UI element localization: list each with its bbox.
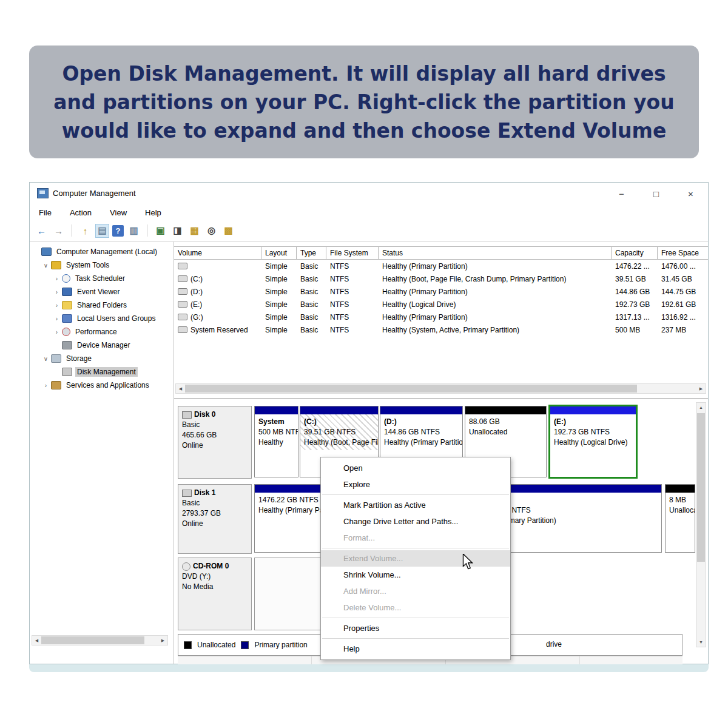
table-row[interactable]: System Reserved Simple Basic NTFS Health…: [174, 323, 708, 336]
volume-filesystem: NTFS: [326, 326, 379, 334]
window-controls: − □ ×: [604, 183, 708, 204]
chevron-right-icon[interactable]: ›: [53, 329, 61, 335]
disk1-label[interactable]: Disk 1 Basic 2793.37 GB Online: [178, 484, 252, 554]
tree-item-computer-management[interactable]: Computer Management (Local): [30, 245, 173, 258]
tree-item-storage[interactable]: ∨ Storage: [30, 352, 173, 365]
volume-status: Healthy (Boot, Page File, Crash Dump, Pr…: [379, 275, 612, 283]
volume-status: Healthy (Primary Partition): [379, 288, 612, 296]
minimize-button[interactable]: −: [604, 183, 639, 204]
partition-size: 88.06 GB: [469, 417, 542, 427]
menu-item-help[interactable]: Help: [321, 641, 510, 657]
chevron-right-icon[interactable]: ›: [53, 315, 61, 322]
tree-horizontal-scrollbar[interactable]: ◀ ▶: [32, 635, 168, 645]
chevron-down-icon[interactable]: ∨: [42, 356, 50, 362]
volume-type: Basic: [297, 262, 326, 271]
scroll-down-icon[interactable]: ▼: [699, 638, 703, 647]
disk-settings-icon[interactable]: ▩: [221, 224, 235, 238]
forward-icon[interactable]: →: [52, 224, 66, 238]
scroll-right-icon[interactable]: ▶: [158, 638, 167, 643]
scroll-right-icon[interactable]: ▶: [696, 386, 706, 391]
console-tree-icon[interactable]: ▤: [95, 224, 109, 238]
shared-folders-icon: [62, 301, 72, 309]
show-hide-icon[interactable]: ▥: [127, 224, 141, 238]
column-header-capacity[interactable]: Capacity: [612, 247, 658, 259]
device-properties-icon[interactable]: ◨: [170, 224, 184, 238]
partition-system[interactable]: System 500 MB NTFS Healthy: [254, 406, 298, 477]
menu-item-mark-partition-active[interactable]: Mark Partition as Active: [321, 497, 510, 513]
column-header-filesystem[interactable]: File System: [326, 247, 379, 259]
volume-icon: [178, 314, 187, 320]
menu-file[interactable]: File: [39, 208, 52, 217]
chevron-right-icon[interactable]: ›: [53, 302, 61, 309]
export-icon[interactable]: ↑: [78, 224, 92, 238]
partition-size: 192.73 GB NTFS: [554, 427, 632, 437]
scrollbar-thumb[interactable]: [697, 413, 705, 562]
volume-capacity: 39.51 GB: [612, 275, 658, 283]
refresh-icon[interactable]: ▣: [153, 224, 167, 238]
scroll-left-icon[interactable]: ◀: [32, 638, 41, 643]
volume-table-header: Volume Layout Type File System Status Ca…: [174, 246, 708, 260]
scroll-left-icon[interactable]: ◀: [176, 386, 185, 391]
menu-item-shrink-volume[interactable]: Shrink Volume...: [321, 567, 510, 583]
menu-item-extend-volume[interactable]: Extend Volume...: [321, 550, 510, 567]
tree-item-event-viewer[interactable]: › Event Viewer: [30, 285, 173, 298]
search-drive-icon[interactable]: ◎: [204, 224, 218, 238]
volume-layout: Simple: [261, 275, 297, 283]
volume-layout: Simple: [261, 262, 297, 271]
open-drive-icon[interactable]: ▦: [187, 224, 201, 238]
scrollbar-thumb[interactable]: [41, 636, 144, 644]
column-header-volume[interactable]: Volume: [174, 247, 261, 259]
volume-layout: Simple: [261, 313, 297, 322]
volume-status: Healthy (Primary Partition): [379, 313, 612, 322]
cdrom-label[interactable]: CD-ROM 0 DVD (Y:) No Media: [178, 558, 252, 630]
menu-item-open[interactable]: Open: [321, 460, 510, 476]
tree-item-shared-folders[interactable]: › Shared Folders: [30, 298, 173, 312]
tree-item-services-applications[interactable]: › Services and Applications: [30, 379, 173, 392]
chevron-right-icon[interactable]: ›: [53, 275, 61, 282]
scroll-up-icon[interactable]: ▲: [699, 403, 703, 412]
console-tree-panel: Computer Management (Local) ∨ System Too…: [30, 241, 174, 664]
volume-status: Healthy (Primary Partition): [379, 262, 612, 271]
device-manager-icon: [62, 341, 72, 349]
disk-pane-vertical-scrollbar[interactable]: ▲ ▼: [696, 402, 706, 647]
tree-item-performance[interactable]: › Performance: [30, 325, 173, 339]
menu-action[interactable]: Action: [70, 208, 92, 217]
chevron-right-icon[interactable]: ›: [42, 382, 50, 389]
tree-item-disk-management[interactable]: Disk Management: [30, 365, 173, 379]
column-header-layout[interactable]: Layout: [261, 247, 297, 259]
scrollbar-thumb[interactable]: [185, 385, 637, 393]
volume-type: Basic: [297, 288, 326, 296]
column-header-status[interactable]: Status: [379, 247, 612, 259]
partition-unallocated-8mb[interactable]: 8 MB Unallocated: [665, 484, 695, 553]
help-icon[interactable]: ?: [112, 225, 124, 237]
column-header-type[interactable]: Type: [297, 247, 326, 259]
table-row[interactable]: (C:) Simple Basic NTFS Healthy (Boot, Pa…: [174, 272, 708, 285]
close-button[interactable]: ×: [673, 183, 708, 204]
chevron-right-icon[interactable]: ›: [53, 289, 61, 295]
menu-view[interactable]: View: [110, 208, 127, 217]
tree-item-system-tools[interactable]: ∨ System Tools: [30, 258, 173, 272]
menu-item-explore[interactable]: Explore: [321, 476, 510, 493]
menu-item-delete-volume: Delete Volume...: [321, 599, 510, 616]
menu-item-properties[interactable]: Properties: [321, 620, 510, 636]
disk-size: 2793.37 GB: [182, 508, 248, 519]
disk0-label[interactable]: Disk 0 Basic 465.66 GB Online: [178, 406, 252, 479]
tree-item-task-scheduler[interactable]: › Task Scheduler: [30, 272, 173, 285]
partition-e-selected[interactable]: (E:) 192.73 GB NTFS Healthy (Logical Dri…: [548, 405, 638, 479]
volume-type: Basic: [297, 275, 326, 283]
back-icon[interactable]: ←: [35, 224, 49, 238]
menu-help[interactable]: Help: [145, 208, 161, 217]
menu-item-format: Format...: [321, 530, 510, 546]
tree-item-device-manager[interactable]: Device Manager: [30, 339, 173, 352]
table-row[interactable]: (D:) Simple Basic NTFS Healthy (Primary …: [174, 285, 708, 298]
menu-item-change-drive-letter[interactable]: Change Drive Letter and Paths...: [321, 513, 510, 530]
event-viewer-icon: [62, 288, 72, 296]
maximize-button[interactable]: □: [639, 183, 673, 204]
volume-list-horizontal-scrollbar[interactable]: ◀ ▶: [175, 383, 706, 394]
tree-item-local-users[interactable]: › Local Users and Groups: [30, 312, 173, 325]
chevron-down-icon[interactable]: ∨: [42, 262, 50, 269]
column-header-freespace[interactable]: Free Space: [658, 247, 709, 259]
table-row[interactable]: Simple Basic NTFS Healthy (Primary Parti…: [174, 260, 708, 272]
table-row[interactable]: (E:) Simple Basic NTFS Healthy (Logical …: [174, 298, 708, 311]
table-row[interactable]: (G:) Simple Basic NTFS Healthy (Primary …: [174, 311, 708, 323]
